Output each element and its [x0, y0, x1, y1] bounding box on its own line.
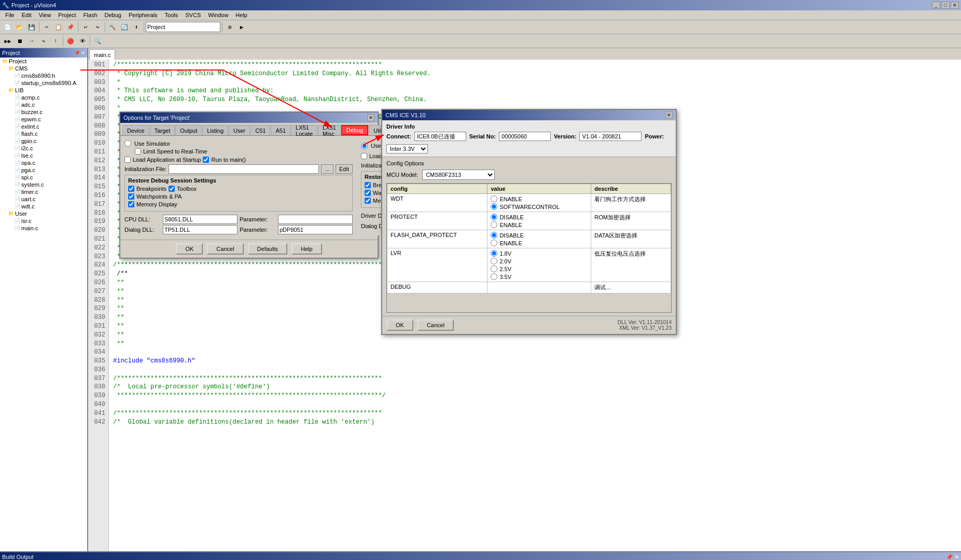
menu-tools[interactable]: Tools	[162, 11, 182, 19]
use-driver-radio[interactable]	[361, 143, 368, 149]
redo-btn[interactable]: ↪	[92, 21, 103, 33]
init-file-left-browse[interactable]: ...	[321, 164, 333, 174]
menu-view[interactable]: View	[36, 11, 54, 19]
tree-item[interactable]: 📄adc.c	[0, 101, 87, 108]
tree-item[interactable]: 📄cms8s6990.h	[0, 72, 87, 79]
download-btn[interactable]: ⬇	[131, 21, 142, 33]
tree-item[interactable]: 📄spi.c	[0, 174, 87, 181]
lvr-1v8-radio[interactable]	[491, 250, 497, 257]
tree-item[interactable]: 📄buzzer.c	[0, 108, 87, 116]
options-close-btn[interactable]: ✕	[367, 114, 374, 121]
tree-item[interactable]: 📄i2c.c	[0, 145, 87, 152]
rebuild-btn[interactable]: 🔄	[119, 21, 130, 33]
menu-peripherals[interactable]: Peripherals	[126, 11, 161, 19]
lvr-2v5-radio[interactable]	[491, 265, 497, 272]
options-btn[interactable]: ⚙	[224, 21, 235, 33]
step-over-btn[interactable]: ↷	[38, 35, 49, 47]
cut-btn[interactable]: ✂	[41, 21, 52, 33]
flash-disable-radio[interactable]	[491, 232, 497, 239]
tree-item[interactable]: 📄isr.c	[0, 217, 87, 225]
menu-file[interactable]: File	[2, 11, 18, 19]
tree-item[interactable]: 📄epwm.c	[0, 116, 87, 123]
protect-enable-radio[interactable]	[491, 221, 497, 228]
menu-window[interactable]: Window	[205, 11, 231, 19]
lvr-2v0-radio[interactable]	[491, 258, 497, 264]
mcu-model-combo[interactable]: CMS80F2313	[422, 170, 495, 180]
options-ok-btn[interactable]: OK	[176, 243, 203, 255]
tree-item[interactable]: 📄system.c	[0, 181, 87, 188]
tree-item[interactable]: 📄timer.c	[0, 188, 87, 195]
run-to-main-left-check[interactable]	[203, 157, 209, 163]
load-app-right-check[interactable]	[361, 153, 367, 159]
breakpoints-right-check[interactable]	[365, 182, 371, 188]
tree-item[interactable]: 📄flash.c	[0, 130, 87, 137]
toolbox-left-check[interactable]	[169, 186, 175, 192]
breakpoint-btn[interactable]: 🔴	[65, 35, 76, 47]
tab-device[interactable]: Device	[122, 125, 149, 135]
dialog-dll-left-input[interactable]	[163, 225, 238, 234]
undo-btn[interactable]: ↩	[80, 21, 91, 33]
limit-speed-check[interactable]	[135, 148, 141, 155]
tree-item[interactable]: 📄gpio.c	[0, 137, 87, 145]
breakpoints-left-check[interactable]	[128, 186, 134, 192]
options-dialog[interactable]: Options for Target 'Project' ✕ Device Ta…	[119, 111, 379, 259]
load-app-left-check[interactable]	[124, 157, 131, 163]
tree-item[interactable]: 📄acmp.c	[0, 94, 87, 101]
new-file-btn[interactable]: 📄	[2, 21, 13, 33]
cms-cancel-btn[interactable]: Cancel	[417, 319, 454, 331]
tree-item[interactable]: 📄uart.c	[0, 195, 87, 203]
menu-flash[interactable]: Flash	[80, 11, 101, 19]
menu-edit[interactable]: Edit	[19, 11, 35, 19]
debug-start-btn[interactable]: ▶	[236, 21, 247, 33]
cpu-param-input[interactable]	[278, 215, 353, 224]
tree-item[interactable]: 📄wdt.c	[0, 203, 87, 210]
tree-item[interactable]: 📄pga.c	[0, 166, 87, 174]
tab-listing[interactable]: Listing	[202, 125, 228, 135]
cms-close-btn[interactable]: ✕	[665, 111, 673, 119]
tab-c51[interactable]: C51	[250, 125, 270, 135]
dialog-param-left-input[interactable]	[278, 225, 353, 234]
tab-debug[interactable]: Debug	[341, 125, 368, 135]
watchpoints-right-check[interactable]	[365, 190, 371, 196]
tab-target[interactable]: Target	[150, 125, 175, 135]
memory-left-check[interactable]	[128, 201, 134, 207]
open-btn[interactable]: 📂	[14, 21, 25, 33]
tree-item[interactable]: 📄startup_cms8s6990.A	[0, 79, 87, 87]
cpu-dll-input[interactable]	[163, 215, 238, 224]
power-combo[interactable]: Inter 3.3V	[386, 144, 428, 153]
panel-close-icon[interactable]: ✕	[81, 50, 85, 55]
step-out-btn[interactable]: ↑	[50, 35, 61, 47]
save-btn[interactable]: 💾	[26, 21, 37, 33]
tab-lx51misc[interactable]: LX51 Misc	[318, 125, 341, 135]
memory-right-check[interactable]	[365, 198, 371, 204]
cms-table-container[interactable]: config value describe WDT	[386, 183, 672, 313]
tree-item[interactable]: 📄main.c	[0, 225, 87, 232]
lvr-3v5-radio[interactable]	[491, 273, 497, 280]
options-defaults-btn[interactable]: Defaults	[248, 243, 287, 255]
cms-dialog[interactable]: CMS ICE V1.10 ✕ Driver Info Connect: ICE…	[381, 109, 677, 335]
tree-item[interactable]: 📁User	[0, 210, 87, 217]
paste-btn[interactable]: 📌	[65, 21, 76, 33]
maximize-btn[interactable]: □	[941, 2, 950, 9]
tab-output[interactable]: Output	[175, 125, 202, 135]
tree-item[interactable]: 📄opa.c	[0, 159, 87, 166]
panel-pin-icon[interactable]: 📌	[74, 50, 80, 55]
tab-lx51locate[interactable]: LX51 Locate	[291, 125, 317, 135]
cms-ok-btn[interactable]: OK	[386, 319, 413, 331]
watch-btn[interactable]: 👁	[77, 35, 88, 47]
watchpoints-left-check[interactable]	[128, 193, 134, 200]
copy-btn[interactable]: 📋	[53, 21, 64, 33]
editor-tab-main[interactable]: main.c	[89, 49, 115, 60]
wdt-enable-radio[interactable]	[491, 195, 497, 202]
tree-item[interactable]: 📄extint.c	[0, 123, 87, 130]
use-simulator-radio[interactable]	[124, 140, 131, 147]
search-btn[interactable]: 🔍	[92, 35, 103, 47]
tab-a51[interactable]: A51	[271, 125, 290, 135]
tree-item[interactable]: 📁CMS	[0, 65, 87, 72]
tree-item[interactable]: 📁Project	[0, 58, 87, 65]
menu-svcs[interactable]: SVCS	[182, 11, 204, 19]
init-file-left-input[interactable]	[169, 164, 319, 174]
build-output-pin[interactable]: 📌	[946, 554, 953, 561]
menu-help[interactable]: Help	[232, 11, 250, 19]
init-file-left-edit[interactable]: Edit	[336, 164, 353, 174]
